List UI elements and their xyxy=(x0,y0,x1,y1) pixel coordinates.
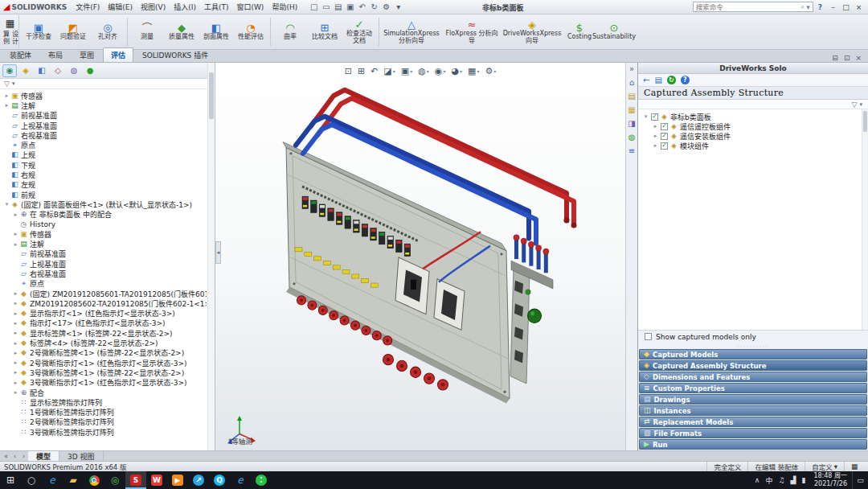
tree-item[interactable]: ▸◆3号微断标签牌<1> (标签牌-22<显示状态-2>) xyxy=(2,368,207,377)
displaymanager-tab-icon[interactable]: ◍ xyxy=(67,64,81,77)
section-view-button[interactable]: ◪▾ xyxy=(382,65,396,77)
file-explorer-icon[interactable]: ▰ xyxy=(63,471,84,489)
menu-工[interactable]: 工具(T) xyxy=(200,1,233,13)
configurationmanager-tab-icon[interactable]: ◧ xyxy=(35,64,49,77)
filter-dropdown-icon[interactable]: ▾ xyxy=(859,101,862,108)
view-settings-button[interactable]: ⚙▾ xyxy=(483,65,497,77)
tab-nav-icon[interactable]: › xyxy=(19,451,28,461)
maximize-doc-icon[interactable]: ⊡ xyxy=(844,54,850,62)
tree-item[interactable]: ▸◆指示灯<17> (红色指示灯<显示状态-3>) xyxy=(2,318,207,328)
expander-icon[interactable]: ▸ xyxy=(12,290,19,297)
refresh-icon[interactable]: ↻ xyxy=(667,76,676,84)
network-icon[interactable]: ▟ xyxy=(791,476,796,484)
task-pane-scrollbar[interactable] xyxy=(862,109,868,330)
tree-item[interactable]: ▸▤注解 xyxy=(2,239,207,249)
expander-icon[interactable]: ▸ xyxy=(652,133,659,139)
tree-item[interactable]: ▸◆标签牌<4> (标签牌-22<显示状态-2>) xyxy=(2,338,207,347)
tree-item[interactable]: ▸◆ZM201912085602-TA201912085(门板件602-1<1>… xyxy=(2,298,207,308)
view-palette-icon[interactable]: ◨ xyxy=(628,120,635,128)
menu-帮[interactable]: 帮助(H) xyxy=(268,1,301,13)
telegram-icon[interactable]: ↗ xyxy=(188,471,209,489)
expander-icon[interactable]: ▸ xyxy=(12,212,19,218)
expander-icon[interactable]: ▸ xyxy=(3,102,10,109)
tree-item[interactable]: ∷3号微断标签牌指示灯阵列 xyxy=(2,427,207,437)
help-button[interactable]: ? xyxy=(815,3,825,11)
print-icon[interactable]: ▣ xyxy=(344,3,356,11)
new-document-icon[interactable]: □ xyxy=(308,3,320,11)
expander-icon[interactable]: ▸ xyxy=(652,142,659,149)
edge-icon[interactable]: e xyxy=(42,471,63,489)
show-captured-only-checkbox[interactable] xyxy=(645,333,652,340)
menu-窗[interactable]: 窗口(W) xyxy=(232,1,268,13)
section-captured-assembly-structure[interactable]: ◈Captured Assembly Structure xyxy=(639,360,867,371)
expander-icon[interactable]: ▸ xyxy=(12,300,19,306)
ribbon-button--[interactable]: ⌒测量 xyxy=(130,15,164,48)
section-run[interactable]: ▶Run xyxy=(639,439,867,450)
ribbon-tab--[interactable]: 评估 xyxy=(103,47,133,62)
solidworks-resources-icon[interactable]: ⌂ xyxy=(629,79,634,87)
view-orientation-button[interactable]: ▣▾ xyxy=(399,65,414,77)
expander-icon[interactable]: ▸ xyxy=(12,389,19,396)
scrollbar-thumb[interactable] xyxy=(863,111,867,132)
expander-icon[interactable]: ▾ xyxy=(642,113,649,120)
appearances-icon[interactable]: ◍ xyxy=(628,134,636,142)
dimxpert-tab-icon[interactable]: ◇ xyxy=(51,64,65,77)
ribbon-button--[interactable]: ◠曲率 xyxy=(273,15,307,48)
include-checkbox[interactable]: ✓ xyxy=(661,123,668,130)
tab-nav-icon[interactable]: ‹ xyxy=(10,451,19,461)
tree-item[interactable]: ◧下规 xyxy=(2,160,207,170)
tree-item[interactable]: ◧前规 xyxy=(2,190,207,199)
search-input[interactable] xyxy=(696,3,799,11)
include-checkbox[interactable]: ✓ xyxy=(651,113,658,121)
section-captured-models[interactable]: ◆Captured Models xyxy=(639,349,867,360)
tree-item[interactable]: ◷History xyxy=(2,220,207,229)
ribbon-button-floxpress-[interactable]: ≈FloXpress 分析向导 xyxy=(442,15,502,48)
menu-文[interactable]: 文件(F) xyxy=(72,1,104,13)
ime-icon[interactable]: 中 xyxy=(765,475,772,486)
ribbon-button--[interactable]: ◧剖面属性 xyxy=(199,15,233,48)
tree-item[interactable]: ▸◆2号微断标签牌<1> (标签牌-22<显示状态-2>) xyxy=(2,348,207,358)
section-drawings[interactable]: ▤Drawings xyxy=(639,394,867,405)
feature-tree-scrollbar[interactable] xyxy=(207,63,215,450)
search-dropdown-icon[interactable]: ▾ xyxy=(806,3,810,11)
status--[interactable]: 自定义 ▾ xyxy=(805,462,844,471)
scene-button[interactable]: ▦▾ xyxy=(466,65,481,77)
expander-icon[interactable]: ▸ xyxy=(12,231,19,237)
solidworks-icon[interactable]: S xyxy=(125,471,146,489)
tree-item[interactable]: ⌖原点 xyxy=(2,140,207,150)
ribbon-button--[interactable]: ▣干涉检查 xyxy=(22,15,55,48)
design-library-icon[interactable]: ▤ xyxy=(628,92,635,101)
hide-show-button[interactable]: ◉▾ xyxy=(433,65,448,77)
expander-icon[interactable]: ▾ xyxy=(3,201,10,208)
ribbon-button-costing[interactable]: $Costing xyxy=(563,15,596,48)
dropdown-arrow-icon[interactable]: ▾ xyxy=(493,68,496,74)
tree-item[interactable]: ◧左规 xyxy=(2,180,207,190)
start-button[interactable]: ⊞ xyxy=(0,471,21,489)
driveworks-tab-icon[interactable]: ● xyxy=(83,64,97,77)
section-dimensions-and-features[interactable]: ◇Dimensions and Features xyxy=(639,372,867,382)
tree-item[interactable]: ▱右视基准面 xyxy=(2,269,207,278)
search-icon[interactable]: ⌕ xyxy=(800,2,805,11)
tree-item[interactable]: ▱前视基准面 xyxy=(2,249,207,259)
tab-nav-icon[interactable]: « xyxy=(2,451,10,461)
minimize-button[interactable]: – xyxy=(827,3,839,11)
filter-dropdown-icon[interactable]: ▾ xyxy=(12,80,15,87)
rebuild-icon[interactable]: ↻ xyxy=(368,3,380,11)
qq-icon[interactable]: Q xyxy=(209,471,230,489)
design-study-button[interactable]: ▦ 设计算例 xyxy=(2,15,19,48)
tree-item[interactable]: ▸▣传感器 xyxy=(2,91,207,101)
expander-icon[interactable]: ▸ xyxy=(12,320,19,327)
menu-插[interactable]: 插入(I) xyxy=(170,1,200,13)
expander-icon[interactable]: ▸ xyxy=(12,350,19,356)
command-search[interactable]: ⌕ ▾ xyxy=(693,2,813,12)
ribbon-button--[interactable]: ◩问题验证 xyxy=(56,15,90,48)
expander-icon[interactable]: ▸ xyxy=(12,310,19,317)
custom-properties-tab-icon[interactable]: ≡ xyxy=(628,147,635,155)
expander-icon[interactable]: ▸ xyxy=(12,330,19,336)
filter-funnel-icon[interactable]: ▽ xyxy=(852,101,858,109)
captured-structure-filter[interactable]: ▽ ▾ xyxy=(638,100,868,109)
expander-icon[interactable]: ▸ xyxy=(3,92,10,99)
ribbon-button-sustainability[interactable]: ⊙Sustainability xyxy=(597,15,631,48)
options-icon[interactable]: ⚙ xyxy=(380,3,392,11)
section-file-formats[interactable]: ▥File Formats xyxy=(639,428,867,438)
